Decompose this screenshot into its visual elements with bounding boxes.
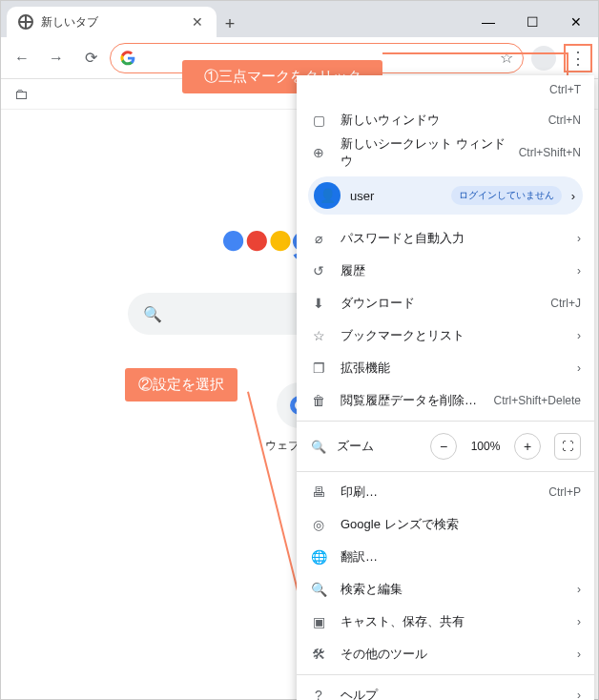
menu-item-icon: ▢: [310, 113, 327, 128]
tab-title: 新しいタブ: [41, 14, 180, 31]
chevron-right-icon: ›: [571, 189, 575, 203]
globe-icon: [18, 14, 33, 30]
menu-item-g3-5[interactable]: 🛠その他のツール›: [297, 638, 594, 670]
menu-zoom-row: 🔍 ズーム − 100% + ⛶: [297, 425, 594, 467]
menu-item-label: キャスト、保存、共有: [341, 613, 564, 630]
callout-2: ②設定を選択: [125, 368, 238, 401]
menu-item-g3-0[interactable]: 🖶印刷…Ctrl+P: [297, 476, 594, 508]
menu-item-icon: ◎: [310, 517, 327, 532]
profile-name: user: [350, 189, 442, 203]
menu-item-label: 履歴: [341, 262, 564, 279]
menu-item-g2-1[interactable]: ↺履歴›: [297, 255, 594, 287]
menu-item-icon: ↺: [310, 263, 327, 278]
menu-item-label: ダウンロード: [341, 295, 537, 312]
back-button[interactable]: ←: [7, 43, 37, 73]
close-window-button[interactable]: ✕: [554, 7, 598, 37]
menu-item-g2-2[interactable]: ⬇ダウンロードCtrl+J: [297, 287, 594, 319]
menu-item-icon: 🔍: [310, 582, 327, 597]
forward-button[interactable]: →: [41, 43, 72, 73]
menu-item-icon: 🌐: [310, 549, 327, 565]
maximize-button[interactable]: ☐: [510, 7, 554, 37]
chevron-right-icon: ›: [577, 615, 581, 628]
menu-item-g1-1[interactable]: ⊕新しいシークレット ウィンドウCtrl+Shift+N: [297, 136, 594, 169]
menu-item-icon: ?: [310, 688, 327, 700]
titlebar: 新しいタブ ✕ + — ☐ ✕: [1, 1, 598, 37]
chevron-right-icon: ›: [577, 648, 581, 661]
menu-item-label: Google レンズで検索: [341, 516, 581, 533]
menu-item-g2-5[interactable]: 🗑閲覧履歴データを削除…Ctrl+Shift+Delete: [297, 384, 594, 417]
menu-item-icon: ▣: [310, 614, 327, 629]
chevron-right-icon: ›: [577, 329, 581, 342]
menu-profile-row[interactable]: 👤 user ログインしていません ›: [308, 176, 583, 215]
menu-item-icon: ❐: [310, 360, 327, 376]
menu-item-label: その他のツール: [341, 646, 564, 663]
profile-icon: 👤: [314, 182, 341, 209]
menu-item-label: 検索と編集: [341, 581, 564, 598]
menu-item-icon: 🛠: [310, 647, 327, 662]
menu-item-icon: 🖶: [310, 484, 327, 500]
browser-tab[interactable]: 新しいタブ ✕: [7, 7, 217, 37]
signin-badge: ログインしていません: [451, 186, 562, 205]
menu-item-g2-4[interactable]: ❐拡張機能›: [297, 352, 594, 384]
zoom-label: ズーム: [337, 438, 421, 455]
bookmark-star-icon[interactable]: ☆: [500, 49, 513, 67]
menu-item-label: パスワードと自動入力: [341, 230, 564, 247]
minimize-button[interactable]: —: [466, 7, 510, 37]
menu-item-icon: 🗑: [310, 393, 327, 408]
menu-item-label: 拡張機能: [341, 360, 564, 377]
menu-item-label: 翻訳…: [341, 548, 581, 566]
zoom-in-button[interactable]: +: [514, 433, 541, 460]
menu-item-g3-2[interactable]: 🌐翻訳…: [297, 541, 594, 573]
more-menu-button[interactable]: ⋮: [564, 44, 592, 72]
menu-item-shortcut: Ctrl+P: [548, 485, 581, 499]
menu-item-icon: ⬇: [310, 296, 327, 311]
fullscreen-button[interactable]: ⛶: [554, 433, 581, 460]
menu-item-label: ヘルプ: [341, 687, 564, 700]
menu-item-shortcut: Ctrl+J: [550, 297, 581, 310]
menu-item-g2-3[interactable]: ☆ブックマークとリスト›: [297, 319, 594, 352]
menu-item-g3-4[interactable]: ▣キャスト、保存、共有›: [297, 606, 594, 638]
chevron-right-icon: ›: [577, 689, 581, 700]
menu-item-label: 印刷…: [341, 484, 535, 501]
chevron-right-icon: ›: [577, 232, 581, 245]
zoom-out-button[interactable]: −: [430, 433, 457, 460]
chevron-right-icon: ›: [577, 361, 581, 375]
chevron-right-icon: ›: [577, 264, 581, 278]
zoom-value: 100%: [466, 440, 505, 453]
reload-button[interactable]: ⟳: [75, 43, 106, 73]
menu-top-shortcut: Ctrl+T: [297, 75, 594, 104]
menu-item-icon: ☆: [310, 328, 327, 343]
close-tab-icon[interactable]: ✕: [188, 14, 207, 30]
menu-item-g1-0[interactable]: ▢新しいウィンドウCtrl+N: [297, 104, 594, 136]
menu-item-g4-0[interactable]: ?ヘルプ›: [297, 679, 594, 700]
menu-item-g3-3[interactable]: 🔍検索と編集›: [297, 573, 594, 606]
chevron-right-icon: ›: [577, 583, 581, 596]
menu-item-label: 新しいウィンドウ: [341, 112, 535, 129]
menu-item-label: 閲覧履歴データを削除…: [341, 392, 481, 409]
menu-item-icon: ⊕: [310, 145, 327, 160]
menu-item-icon: ⌀: [310, 231, 327, 246]
new-tab-button[interactable]: +: [217, 10, 243, 37]
zoom-icon: 🔍: [310, 440, 327, 454]
menu-item-shortcut: Ctrl+Shift+Delete: [494, 394, 581, 407]
menu-item-label: ブックマークとリスト: [341, 327, 564, 344]
menu-item-label: 新しいシークレット ウィンドウ: [341, 135, 506, 170]
menu-item-g2-0[interactable]: ⌀パスワードと自動入力›: [297, 222, 594, 255]
chrome-menu: Ctrl+T ▢新しいウィンドウCtrl+N⊕新しいシークレット ウィンドウCt…: [297, 75, 594, 700]
menu-item-shortcut: Ctrl+N: [548, 113, 581, 127]
folder-icon[interactable]: 🗀: [14, 86, 29, 102]
menu-item-shortcut: Ctrl+Shift+N: [519, 146, 581, 159]
profile-avatar[interactable]: [531, 46, 556, 71]
search-icon: 🔍: [143, 305, 162, 323]
google-g-icon: [120, 51, 135, 66]
menu-item-g3-1[interactable]: ◎Google レンズで検索: [297, 508, 594, 541]
